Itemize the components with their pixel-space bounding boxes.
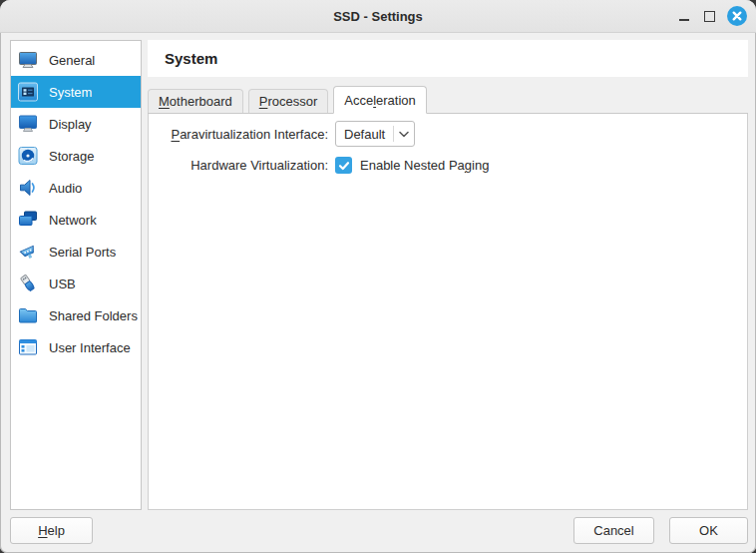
- option-post: ing: [472, 158, 489, 173]
- network-icon: [16, 208, 40, 232]
- paravirtualization-label: Paravirtualization Interface:: [149, 127, 328, 142]
- settings-sidebar: General System: [10, 40, 142, 510]
- nested-paging-checkbox[interactable]: [335, 157, 352, 174]
- close-icon: [727, 6, 747, 26]
- display-icon: [16, 112, 40, 136]
- sidebar-item-display[interactable]: Display: [11, 108, 141, 140]
- ok-label: OK: [699, 523, 718, 538]
- hardware-virtualization-label: Hardware Virtualization:: [149, 158, 328, 173]
- sidebar-item-system[interactable]: System: [11, 76, 141, 108]
- nested-paging-option-label: Enable Nested Paging: [360, 158, 489, 173]
- chevron-down-icon: [394, 131, 414, 138]
- sidebar-item-label: Network: [49, 213, 97, 228]
- cancel-label: Cancel: [593, 523, 633, 538]
- ok-button[interactable]: OK: [669, 517, 748, 544]
- help-post: elp: [48, 523, 65, 538]
- storage-icon: [16, 144, 40, 168]
- audio-icon: [16, 176, 40, 200]
- general-icon: [16, 48, 40, 72]
- serial-ports-icon: [16, 240, 40, 264]
- sidebar-item-user-interface[interactable]: User Interface: [11, 331, 141, 363]
- settings-dialog: SSD - Settings General: [0, 0, 756, 553]
- tab-motherboard[interactable]: Motherboard: [148, 89, 243, 113]
- tab-label-pre: Acce: [344, 93, 373, 108]
- close-button[interactable]: [727, 6, 747, 26]
- sidebar-item-serial-ports[interactable]: Serial Ports: [11, 236, 141, 268]
- label-post: aravirtualization Interface:: [180, 127, 328, 142]
- option-mnemonic: g: [465, 158, 472, 173]
- check-icon: [338, 160, 350, 172]
- page-title: System: [165, 50, 217, 67]
- sidebar-item-label: USB: [49, 276, 76, 291]
- acceleration-tab-panel: Paravirtualization Interface: Default Ha…: [148, 113, 748, 510]
- sidebar-item-label: Audio: [49, 181, 82, 196]
- sidebar-item-shared-folders[interactable]: Shared Folders: [11, 299, 141, 331]
- option-pre: Enable Nested Pa: [360, 158, 465, 173]
- tab-bar: Motherboard Processor Acceleration: [148, 86, 748, 114]
- sidebar-item-general[interactable]: General: [11, 44, 141, 76]
- minimize-button[interactable]: [675, 8, 692, 25]
- page-header: System: [148, 40, 748, 77]
- maximize-icon: [704, 11, 715, 22]
- sidebar-item-storage[interactable]: Storage: [11, 140, 141, 172]
- maximize-button[interactable]: [701, 8, 718, 25]
- paravirtualization-row: Paravirtualization Interface: Default: [149, 121, 415, 147]
- sidebar-item-label: Serial Ports: [49, 245, 116, 260]
- user-interface-icon: [16, 335, 40, 359]
- paravirtualization-value: Default: [336, 127, 393, 142]
- shared-folders-icon: [16, 303, 40, 327]
- sidebar-item-label: Storage: [49, 149, 95, 164]
- help-label: Help: [38, 523, 65, 538]
- sidebar-item-label: User Interface: [49, 340, 131, 355]
- label-mnemonic: P: [171, 127, 180, 142]
- window-controls: [675, 0, 747, 32]
- tab-label-post: eration: [376, 93, 416, 108]
- sidebar-item-label: General: [49, 53, 95, 68]
- tab-label-mnemonic: M: [159, 94, 170, 109]
- sidebar-item-label: System: [49, 85, 92, 100]
- paravirtualization-select[interactable]: Default: [335, 121, 415, 147]
- usb-icon: [16, 272, 40, 295]
- sidebar-item-label: Display: [49, 117, 92, 132]
- minimize-icon: [679, 19, 689, 21]
- tab-label-post: otherboard: [170, 94, 232, 109]
- sidebar-item-label: Shared Folders: [49, 308, 138, 323]
- titlebar[interactable]: SSD - Settings: [0, 0, 756, 33]
- window-title: SSD - Settings: [333, 9, 423, 24]
- sidebar-item-network[interactable]: Network: [11, 204, 141, 236]
- sidebar-item-usb[interactable]: USB: [11, 268, 141, 299]
- tab-label-post: rocessor: [267, 94, 317, 109]
- sidebar-item-audio[interactable]: Audio: [11, 172, 141, 204]
- help-button[interactable]: Help: [10, 517, 93, 544]
- tab-processor[interactable]: Processor: [248, 89, 329, 113]
- hardware-virtualization-row: Hardware Virtualization: Enable Nested P…: [149, 157, 489, 174]
- tab-acceleration[interactable]: Acceleration: [333, 86, 427, 114]
- help-mnemonic: H: [38, 523, 47, 538]
- system-icon: [16, 80, 40, 104]
- cancel-button[interactable]: Cancel: [573, 517, 654, 544]
